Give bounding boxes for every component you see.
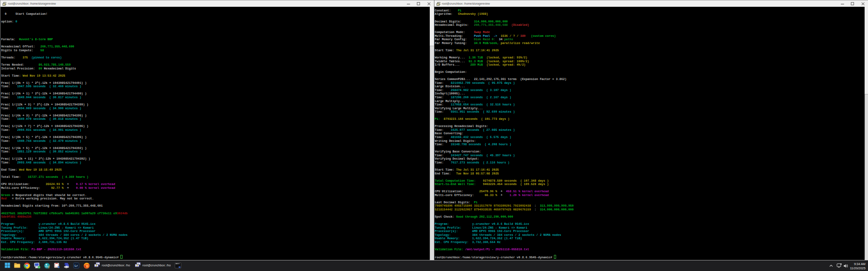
svg-text:Lr: Lr bbox=[75, 264, 78, 268]
